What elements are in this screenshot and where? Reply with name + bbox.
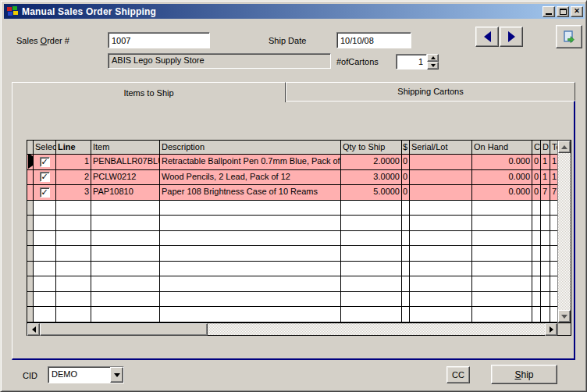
tab-shipping-cartons[interactable]: Shipping Cartons (286, 82, 575, 101)
horizontal-scrollbar-thumb[interactable] (40, 323, 208, 336)
empty-cell[interactable] (160, 231, 341, 246)
grid-header-t[interactable]: To (550, 141, 557, 154)
empty-cell[interactable] (532, 201, 541, 216)
empty-cell[interactable] (91, 246, 160, 261)
empty-cell[interactable] (532, 216, 541, 230)
empty-cell[interactable] (341, 246, 402, 261)
grid-empty-row[interactable] (27, 276, 557, 292)
ship-button[interactable]: Ship (491, 365, 557, 384)
empty-cell[interactable] (402, 216, 410, 230)
scroll-right-button[interactable] (545, 323, 557, 336)
empty-cell[interactable] (91, 216, 160, 230)
cartons-down-button[interactable] (427, 62, 439, 69)
grid-empty-row[interactable] (27, 307, 557, 323)
table-row[interactable]: ✓ 1 PENBALLR07BLU1 Retractable Ballpoint… (27, 155, 557, 170)
empty-cell[interactable] (550, 262, 557, 276)
scroll-left-button[interactable] (27, 323, 40, 336)
empty-cell[interactable] (472, 262, 532, 276)
grid-header-select[interactable]: Select (34, 141, 56, 154)
empty-cell[interactable] (541, 246, 550, 261)
t-cell[interactable]: 1 (550, 155, 557, 169)
empty-cell[interactable] (410, 262, 472, 276)
select-checkbox[interactable]: ✓ (40, 187, 50, 198)
select-checkbox[interactable]: ✓ (40, 157, 50, 167)
cid-combobox[interactable]: DEMO (48, 366, 124, 383)
empty-cell[interactable] (27, 201, 34, 216)
empty-cell[interactable] (91, 262, 160, 276)
empty-cell[interactable] (541, 307, 550, 322)
grid-header-qty[interactable]: Qty to Ship (341, 141, 402, 154)
grid-header-line[interactable]: Line (56, 141, 91, 154)
empty-cell[interactable] (410, 201, 472, 216)
grid-header-item[interactable]: Item (91, 141, 160, 154)
empty-cell[interactable] (541, 292, 550, 307)
grid-empty-row[interactable] (27, 201, 557, 216)
prev-record-button[interactable] (475, 27, 499, 47)
empty-cell[interactable] (532, 307, 541, 322)
empty-cell[interactable] (56, 262, 91, 276)
empty-cell[interactable] (341, 231, 402, 246)
serial-cell[interactable] (410, 155, 472, 169)
cartons-input[interactable] (396, 54, 427, 69)
empty-cell[interactable] (56, 201, 91, 216)
item-cell[interactable]: PAP10810 (91, 185, 160, 200)
grid-header-c[interactable]: C (532, 141, 541, 154)
empty-cell[interactable] (550, 201, 557, 216)
serial-cell[interactable] (410, 185, 472, 200)
empty-cell[interactable] (160, 246, 341, 261)
empty-cell[interactable] (56, 216, 91, 230)
empty-cell[interactable] (402, 201, 410, 216)
grid-empty-row[interactable] (27, 292, 557, 308)
empty-cell[interactable] (550, 231, 557, 246)
item-cell[interactable]: PCLW0212 (91, 170, 160, 185)
grid-empty-row[interactable] (27, 231, 557, 247)
empty-cell[interactable] (27, 276, 34, 291)
sales-order-input[interactable] (108, 32, 210, 48)
empty-cell[interactable] (472, 307, 532, 322)
empty-cell[interactable] (91, 201, 160, 216)
empty-cell[interactable] (550, 292, 557, 307)
description-cell[interactable]: Wood Pencils, 2 Lead, Pack of 12 (160, 170, 341, 185)
close-button[interactable]: ✕ (571, 6, 583, 17)
empty-cell[interactable] (532, 231, 541, 246)
empty-cell[interactable] (472, 292, 532, 307)
empty-cell[interactable] (541, 276, 550, 291)
table-row[interactable]: ✓ 2 PCLW0212 Wood Pencils, 2 Lead, Pack … (27, 170, 557, 186)
table-row[interactable]: ✓ 3 PAP10810 Paper 108 Brightness Case o… (27, 185, 557, 201)
line-cell[interactable]: 3 (56, 185, 91, 200)
line-cell[interactable]: 1 (56, 155, 91, 169)
empty-cell[interactable] (532, 276, 541, 291)
d-cell[interactable]: 7 (541, 185, 550, 200)
grid-empty-row[interactable] (27, 246, 557, 262)
maximize-button[interactable] (557, 6, 569, 17)
empty-cell[interactable] (550, 307, 557, 322)
empty-cell[interactable] (91, 292, 160, 307)
empty-cell[interactable] (56, 276, 91, 291)
empty-cell[interactable] (402, 307, 410, 322)
empty-cell[interactable] (341, 276, 402, 291)
empty-cell[interactable] (410, 231, 472, 246)
empty-cell[interactable] (402, 262, 410, 276)
empty-cell[interactable] (402, 246, 410, 261)
empty-cell[interactable] (532, 292, 541, 307)
onhand-cell[interactable]: 0.000 (472, 170, 532, 185)
empty-cell[interactable] (27, 307, 34, 322)
empty-cell[interactable] (34, 292, 56, 307)
grid-empty-row[interactable] (27, 216, 557, 231)
empty-cell[interactable] (34, 201, 56, 216)
serial-cell[interactable] (410, 170, 472, 185)
empty-cell[interactable] (160, 216, 341, 230)
empty-cell[interactable] (341, 307, 402, 322)
grid-header-onhand[interactable]: On Hand (472, 141, 532, 154)
ship-date-input[interactable] (336, 32, 411, 48)
empty-cell[interactable] (472, 231, 532, 246)
c-cell[interactable]: 0 (532, 170, 541, 185)
empty-cell[interactable] (541, 201, 550, 216)
empty-cell[interactable] (410, 246, 472, 261)
t-cell[interactable]: 1 (550, 170, 557, 185)
dollar-cell[interactable]: 0 (402, 185, 410, 200)
scroll-up-button[interactable] (558, 141, 571, 153)
empty-cell[interactable] (472, 201, 532, 216)
empty-cell[interactable] (472, 276, 532, 291)
empty-cell[interactable] (410, 292, 472, 307)
